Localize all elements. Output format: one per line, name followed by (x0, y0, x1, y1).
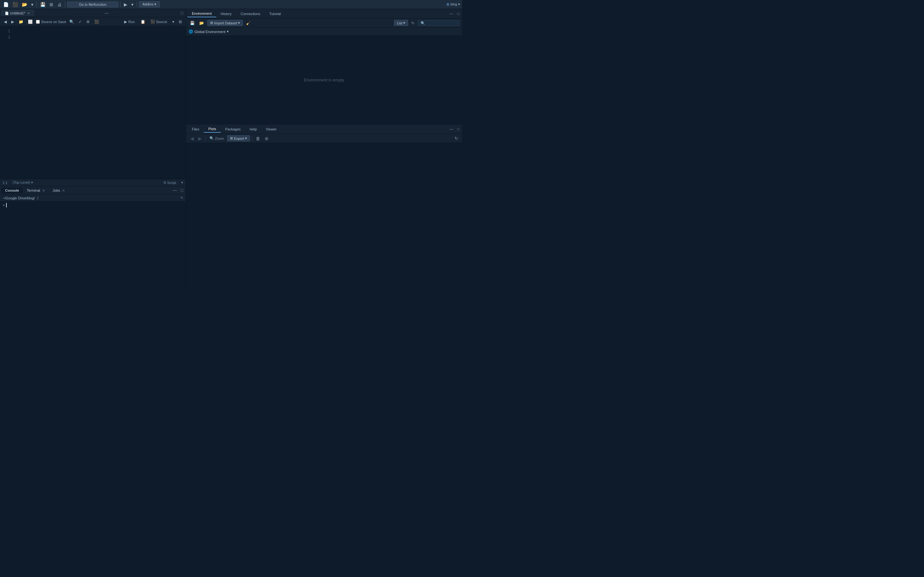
go-to-function-btn[interactable]: Go to file/function (67, 2, 118, 7)
global-env-bar: 🌐 Global Environment ▾ (186, 27, 462, 36)
blog-text[interactable]: blog ▾ (451, 2, 460, 6)
env-empty-message: Environment is empty (186, 36, 462, 124)
global-env-dropdown-icon[interactable]: ▾ (227, 29, 229, 34)
right-pane: Environment History Connections Tutorial… (186, 9, 462, 288)
source-btn[interactable]: ⬛ Source (149, 19, 169, 24)
spell-check-btn[interactable]: ✓ (78, 19, 83, 25)
list-dropdown-icon: ▾ (403, 21, 405, 25)
open-dropdown-icon[interactable]: ▾ (30, 1, 35, 8)
source-dropdown-btn[interactable]: ▾ (171, 19, 176, 25)
file-icon: 📄 (5, 11, 9, 15)
code-editor[interactable] (11, 26, 186, 179)
jobs-tab-label: Jobs (53, 189, 60, 192)
tab-packages[interactable]: Packages (221, 126, 245, 132)
tutorial-tab-label: Tutorial (269, 12, 281, 16)
tab-files[interactable]: Files (187, 126, 204, 132)
plots-export-btn[interactable]: ⊞ Export ▾ (227, 135, 250, 141)
source-on-save-checkbox[interactable] (36, 20, 40, 24)
plots-toolbar: ◀ ▶ 🔍 Zoom ⊞ Export ▾ 🗑 ⊗ ↻ (186, 134, 462, 143)
jobs-close-btn[interactable]: ✕ (62, 189, 65, 192)
env-clear-btn[interactable]: 🧹 (245, 20, 252, 26)
console-tab-label: Console (5, 189, 19, 192)
context-dropdown-icon[interactable]: ▾ (31, 181, 33, 184)
env-panel: Environment History Connections Tutorial… (186, 9, 462, 124)
main-layout: 📄 Untitled1* ✕ — □ ◀ ▶ 📁 ⬜ Source on Sav… (0, 9, 462, 288)
console-maximize-btn[interactable]: □ (179, 188, 184, 193)
print-icon[interactable]: 🖨 (56, 1, 63, 8)
plots-delete-btn[interactable]: 🗑 (254, 135, 262, 142)
compile-btn[interactable]: ⬜ (27, 19, 34, 25)
editor-maximize-btn[interactable]: □ (179, 11, 184, 15)
run-icon[interactable]: ▶ (123, 1, 129, 8)
editor-toolbar: ◀ ▶ 📁 ⬜ Source on Save 🔍 ✓ ⚙ ⬛ ▶ Run 📋 (0, 17, 186, 26)
tab-connections[interactable]: Connections (236, 11, 265, 17)
console-tab-console[interactable]: Console (1, 187, 23, 193)
export-icon: ⊞ (230, 136, 233, 140)
editor-tab-untitled1[interactable]: 📄 Untitled1* ✕ (1, 10, 34, 16)
plots-minimize-btn[interactable]: — (448, 126, 455, 132)
console-edit-icon[interactable]: ✎ (180, 196, 183, 200)
plots-zoom-btn[interactable]: 🔍 Zoom (208, 135, 226, 141)
terminal-tab-label: Terminal (27, 189, 40, 192)
run-lines-btn[interactable]: 📋 (139, 19, 147, 25)
console-body[interactable]: > (0, 201, 186, 288)
plots-maximize-btn[interactable]: □ (456, 126, 461, 132)
zoom-icon: 🔍 (210, 136, 214, 140)
env-search-input[interactable] (418, 20, 459, 26)
search-btn[interactable]: 🔍 (68, 19, 75, 25)
code-tools-btn[interactable]: ⚙ (85, 19, 91, 25)
tab-close-btn[interactable]: ✕ (27, 11, 31, 15)
line-num-2: 2 (0, 34, 10, 40)
open-file-icon[interactable]: 📂 (21, 1, 29, 8)
new-file-icon[interactable]: 📄 (2, 1, 10, 8)
help-tab-label: Help (250, 127, 257, 131)
plots-prev-btn[interactable]: ◀ (189, 135, 195, 142)
env-load-btn[interactable]: 📂 (198, 20, 205, 26)
env-refresh-btn[interactable]: ↻ (410, 20, 416, 26)
console-minimize-btn[interactable]: — (171, 188, 178, 193)
tab-environment[interactable]: Environment (187, 10, 216, 17)
addins-btn[interactable]: Addins ▾ (139, 1, 160, 7)
console-header-bar: ~/Google Drive/blog/ ⤴ ✎ (0, 195, 186, 201)
editor-minimize-btn[interactable]: — (103, 11, 110, 15)
tab-plots[interactable]: Plots (204, 126, 220, 133)
line-num-1: 1 (0, 28, 10, 34)
run-btn[interactable]: ▶ Run (121, 19, 137, 25)
stop-btn[interactable]: ⬛ (93, 19, 100, 25)
plots-clear-btn[interactable]: ⊗ (263, 135, 270, 142)
more-tools-btn[interactable]: ⊞ (178, 19, 183, 25)
tab-history[interactable]: History (216, 11, 236, 17)
tab-viewer[interactable]: Viewer (262, 126, 281, 132)
console-tab-jobs[interactable]: Jobs ✕ (49, 187, 69, 193)
console-dir-icon[interactable]: ⤴ (37, 196, 39, 200)
plots-refresh-btn[interactable]: ↻ (453, 135, 459, 141)
new-icon[interactable]: ⬛ (11, 1, 19, 8)
tab-tutorial[interactable]: Tutorial (265, 11, 285, 17)
forward-btn[interactable]: ▶ (10, 19, 15, 25)
import-dataset-btn[interactable]: ⊞ Import Dataset ▾ (207, 20, 243, 26)
plots-next-btn[interactable]: ▶ (197, 135, 204, 142)
save-all-icon[interactable]: ⊞ (48, 1, 55, 8)
script-type-dropdown-icon[interactable]: ▾ (181, 181, 183, 185)
sep3 (120, 2, 121, 7)
save-icon[interactable]: 💾 (39, 1, 47, 8)
sep2 (65, 2, 65, 7)
tab-help[interactable]: Help (245, 126, 262, 132)
env-save-btn[interactable]: 💾 (189, 20, 196, 26)
prompt-char: > (3, 203, 5, 207)
env-minimize-btn[interactable]: — (448, 11, 455, 17)
list-btn[interactable]: List ▾ (394, 20, 408, 26)
console-tab-terminal[interactable]: Terminal ✕ (23, 187, 49, 193)
terminal-close-btn[interactable]: ✕ (42, 189, 45, 192)
plots-sep1 (205, 136, 206, 141)
env-maximize-btn[interactable]: □ (456, 11, 461, 17)
show-in-folder-btn[interactable]: 📁 (17, 19, 25, 25)
env-panel-controls: — □ (448, 11, 461, 17)
run-dropdown-icon[interactable]: ▾ (130, 1, 135, 8)
tab-label: Untitled1* (10, 11, 25, 15)
console-cursor (6, 203, 7, 207)
left-pane: 📄 Untitled1* ✕ — □ ◀ ▶ 📁 ⬜ Source on Sav… (0, 9, 186, 288)
console-controls: — □ (171, 188, 184, 193)
context-label: (Top Level) ▾ (13, 181, 33, 185)
back-btn[interactable]: ◀ (3, 19, 8, 25)
